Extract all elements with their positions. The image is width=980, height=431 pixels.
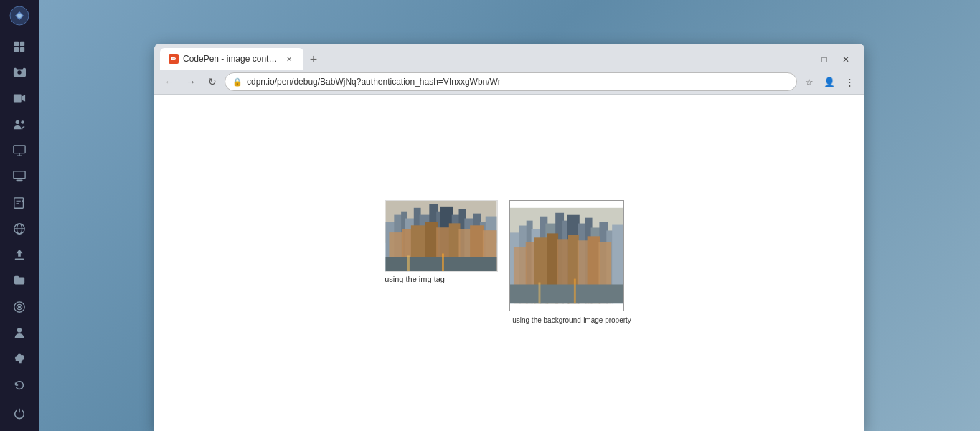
- bg-image-demo-container: [509, 200, 624, 311]
- sidebar-item-video[interactable]: [5, 87, 34, 110]
- sidebar-item-target[interactable]: [5, 295, 34, 318]
- new-tab-button[interactable]: +: [303, 49, 324, 70]
- svg-rect-61: [407, 255, 410, 271]
- bookmark-icon[interactable]: ☆: [800, 72, 819, 91]
- bg-image-demo-wrapper: using the background-image property: [509, 200, 634, 326]
- sidebar-item-settings[interactable]: [5, 347, 34, 370]
- svg-rect-12: [14, 42, 19, 46]
- sidebar-item-person[interactable]: [5, 321, 34, 344]
- svg-rect-19: [14, 146, 25, 153]
- url-text: cdpn.io/pen/debug/BabWjNq?authentication…: [247, 77, 789, 87]
- address-actions: ☆ 👤 ⋮: [800, 72, 859, 91]
- img-tag-caption: using the img tag: [385, 275, 445, 283]
- svg-rect-92: [574, 278, 576, 303]
- svg-rect-62: [442, 253, 444, 271]
- sidebar: [0, 0, 39, 431]
- demo-content: using the img tag: [385, 200, 634, 326]
- close-button[interactable]: ✕: [836, 49, 856, 70]
- browser-tab-active[interactable]: ✏ CodePen - image container ✕: [160, 48, 303, 70]
- svg-rect-13: [20, 42, 24, 46]
- forward-button[interactable]: →: [182, 72, 200, 91]
- menu-icon[interactable]: ⋮: [840, 72, 859, 91]
- svg-point-17: [16, 120, 19, 123]
- svg-rect-29: [15, 258, 24, 260]
- svg-rect-24: [14, 197, 24, 207]
- browser-titlebar: ✏ CodePen - image container ✕ + — □ ✕ ← …: [154, 44, 864, 95]
- sidebar-item-monitor[interactable]: [5, 165, 34, 188]
- sidebar-item-dashboard[interactable]: [5, 35, 34, 58]
- svg-point-32: [19, 306, 21, 308]
- sidebar-item-globe[interactable]: [5, 217, 34, 240]
- back-button[interactable]: ←: [160, 72, 179, 91]
- img-tag-demo-container: using the img tag: [385, 200, 498, 283]
- reload-button[interactable]: ↻: [203, 72, 222, 91]
- main-area: ✏ CodePen - image container ✕ + — □ ✕ ← …: [39, 0, 980, 431]
- bg-image-caption: using the background-image property: [509, 314, 634, 326]
- sidebar-item-power[interactable]: [5, 402, 34, 425]
- browser-content: using the img tag: [154, 95, 864, 431]
- sidebar-item-upload[interactable]: [5, 243, 34, 266]
- profile-icon[interactable]: 👤: [820, 72, 839, 91]
- sidebar-item-screen[interactable]: [5, 139, 34, 162]
- address-bar: ← → ↻ 🔒 cdpn.io/pen/debug/BabWjNq?authen…: [154, 70, 864, 95]
- sidebar-item-users[interactable]: [5, 113, 34, 136]
- img-tag-image: [385, 200, 498, 272]
- svg-rect-60: [386, 257, 497, 271]
- svg-rect-16: [14, 95, 22, 103]
- maximize-button[interactable]: □: [814, 49, 834, 70]
- svg-rect-14: [14, 47, 19, 52]
- tab-title: CodePen - image container: [183, 54, 279, 64]
- browser-window: ✏ CodePen - image container ✕ + — □ ✕ ← …: [154, 44, 864, 431]
- sidebar-item-folder[interactable]: [5, 269, 34, 292]
- bg-image-inner: [510, 201, 623, 311]
- svg-point-18: [21, 120, 24, 124]
- sidebar-item-refresh[interactable]: [5, 373, 34, 396]
- svg-rect-15: [20, 47, 24, 52]
- sidebar-item-camera[interactable]: [5, 61, 34, 84]
- tab-favicon: ✏: [169, 54, 179, 64]
- sidebar-item-edit[interactable]: [5, 191, 34, 214]
- secure-lock-icon: 🔒: [232, 77, 242, 87]
- tab-close-button[interactable]: ✕: [283, 53, 295, 65]
- minimize-button[interactable]: —: [793, 49, 813, 70]
- tab-bar: ✏ CodePen - image container ✕ + — □ ✕: [154, 44, 864, 70]
- url-bar[interactable]: 🔒 cdpn.io/pen/debug/BabWjNq?authenticati…: [225, 72, 797, 91]
- svg-rect-23: [17, 180, 23, 182]
- svg-point-33: [17, 328, 22, 332]
- svg-rect-90: [510, 284, 623, 303]
- window-controls: — □ ✕: [793, 49, 859, 70]
- svg-rect-22: [14, 171, 25, 179]
- svg-rect-91: [539, 282, 541, 303]
